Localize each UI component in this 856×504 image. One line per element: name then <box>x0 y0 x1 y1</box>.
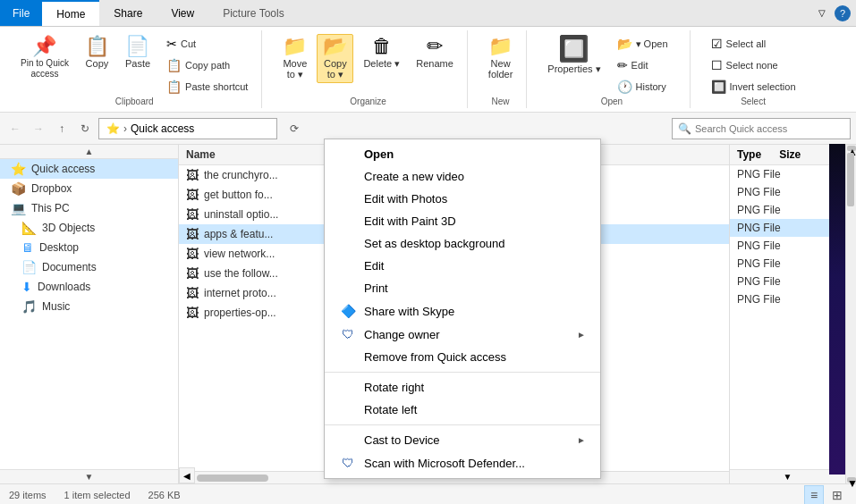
documents-label: Documents <box>42 261 97 273</box>
ctx-edit-paint3d[interactable]: Edit with Paint 3D <box>325 210 600 232</box>
edit-button[interactable]: ✏ Edit <box>611 55 682 75</box>
search-box[interactable]: 🔍 <box>672 118 851 139</box>
back-button[interactable]: ← <box>5 119 25 139</box>
type-row-5[interactable]: PNG File <box>730 255 845 273</box>
open-button[interactable]: 📂 ▾ Open <box>611 34 682 54</box>
sidebar-scroll-down[interactable]: ▼ <box>0 469 178 483</box>
scroll-thumb-h[interactable] <box>197 475 268 482</box>
right-scroll-down[interactable]: ▼ <box>730 469 845 483</box>
type-row-6[interactable]: PNG File <box>730 273 845 290</box>
details-view-button[interactable]: ≡ <box>804 485 824 505</box>
forward-button[interactable]: → <box>29 119 48 139</box>
refresh-button[interactable]: ⟳ <box>284 119 304 139</box>
paste-shortcut-button[interactable]: 📋 Paste shortcut <box>160 77 254 97</box>
ctx-rotate-left[interactable]: Rotate left <box>325 399 600 421</box>
paste-icon: 📄 <box>125 37 149 56</box>
copy-button[interactable]: 📋 Copy <box>79 34 115 71</box>
type-row-0[interactable]: PNG File <box>730 165 845 183</box>
ctx-edit-photos[interactable]: Edit with Photos <box>325 188 600 210</box>
tab-view[interactable]: View <box>157 0 208 26</box>
invert-selection-button[interactable]: 🔲 Invert selection <box>705 77 802 97</box>
tab-file[interactable]: File <box>0 0 42 26</box>
ctx-change-owner[interactable]: 🛡 Change owner ► <box>325 323 600 346</box>
ctx-remove-quick[interactable]: Remove from Quick access <box>325 346 600 368</box>
pin-to-quick-button[interactable]: 📌 Pin to Quickaccess <box>14 34 75 82</box>
ctx-create-video[interactable]: Create a new video <box>325 165 600 188</box>
recent-locations-button[interactable]: ↻ <box>75 119 95 139</box>
type-6: PNG File <box>737 275 781 288</box>
ctx-share-skype[interactable]: 🔷 Share with Skype <box>325 299 600 323</box>
sidebar-item-dropbox[interactable]: 📦 Dropbox <box>0 179 178 198</box>
quick-access-icon: ⭐ <box>11 162 26 176</box>
sidebar-item-documents[interactable]: 📄 Documents <box>0 257 178 277</box>
ctx-change-owner-arrow: ► <box>577 330 586 340</box>
ctx-rotate-right[interactable]: Rotate right <box>325 376 600 399</box>
copy-to-icon: 📂 <box>323 37 347 56</box>
copy-path-button[interactable]: 📋 Copy path <box>160 55 254 75</box>
up-button[interactable]: ↑ <box>52 119 72 139</box>
ctx-cast-device[interactable]: Cast to Device ► <box>325 429 600 451</box>
select-all-icon: ☑ <box>711 37 723 51</box>
tab-share[interactable]: Share <box>99 0 157 26</box>
address-path[interactable]: ⭐ › Quick access <box>98 118 277 139</box>
sidebar-item-music[interactable]: 🎵 Music <box>0 297 178 316</box>
ctx-open[interactable]: Open <box>325 143 600 165</box>
search-input[interactable] <box>695 123 844 134</box>
type-row-4[interactable]: PNG File <box>730 237 845 255</box>
type-row-1[interactable]: PNG File <box>730 183 845 201</box>
properties-button[interactable]: 🔲 Properties ▾ <box>541 34 606 78</box>
sidebar-item-3d-objects[interactable]: 📐 3D Objects <box>0 218 178 238</box>
type-row-3[interactable]: PNG File <box>730 219 845 237</box>
music-label: Music <box>42 300 70 313</box>
ribbon-group-new: 📁 Newfolder New <box>475 30 528 108</box>
cut-button[interactable]: ✂ Cut <box>160 34 254 54</box>
title-bar-controls: ▽ ? <box>813 0 856 26</box>
open-label: ▾ Open <box>636 38 668 50</box>
rename-button[interactable]: ✏ Rename <box>410 34 460 71</box>
paste-button[interactable]: 📄 Paste <box>119 34 157 71</box>
scroll-down-arrow[interactable]: ▼ <box>847 477 856 483</box>
desktop-label: Desktop <box>39 241 79 254</box>
ctx-edit[interactable]: Edit <box>325 255 600 277</box>
context-menu: Open Create a new video Edit with Photos… <box>324 139 601 479</box>
chevron-down-icon: ▼ <box>85 472 94 482</box>
scroll-thumb-v[interactable] <box>847 153 854 206</box>
ribbon-group-select: ☑ Select all ☐ Select none 🔲 Invert sele… <box>698 30 809 108</box>
items-count: 29 items <box>9 490 47 500</box>
file-name-2: uninstall optio... <box>204 208 278 221</box>
type-row-7[interactable]: PNG File <box>730 290 845 308</box>
help-button[interactable]: ? <box>835 5 851 21</box>
sidebar-item-downloads[interactable]: ⬇ Downloads <box>0 277 178 297</box>
ctx-scan-label: Scan with Microsoft Defender... <box>364 457 525 470</box>
paste-shortcut-icon: 📋 <box>166 80 182 94</box>
select-all-button[interactable]: ☑ Select all <box>705 34 802 54</box>
sidebar-item-desktop[interactable]: 🖥 Desktop <box>0 238 178 257</box>
type-row-2[interactable]: PNG File <box>730 201 845 219</box>
tab-home[interactable]: Home <box>42 0 99 26</box>
scroll-left-button[interactable]: ◀ <box>179 467 195 483</box>
delete-button[interactable]: 🗑 Delete ▾ <box>357 34 406 72</box>
ctx-set-desktop[interactable]: Set as desktop background <box>325 232 600 255</box>
minimize-button[interactable]: ▽ <box>813 4 831 22</box>
type-col-header: Type <box>737 148 761 161</box>
large-icons-button[interactable]: ⊞ <box>827 485 847 505</box>
copy-to-button[interactable]: 📂 Copyto ▾ <box>317 34 353 83</box>
new-folder-button[interactable]: 📁 Newfolder <box>482 34 520 82</box>
select-none-button[interactable]: ☐ Select none <box>705 55 802 75</box>
background-decoration <box>829 144 845 475</box>
move-to-button[interactable]: 📁 Moveto ▾ <box>276 34 313 83</box>
refresh-icon[interactable]: ⟳ <box>284 119 304 139</box>
ctx-skype-icon: 🔷 <box>339 304 357 318</box>
history-button[interactable]: 🕐 History <box>611 77 682 97</box>
sidebar-scroll-up[interactable]: ▲ <box>0 145 178 159</box>
right-panel-scroll[interactable]: PNG File PNG File PNG File PNG File PNG … <box>730 165 845 469</box>
sidebar-item-this-pc[interactable]: 💻 This PC <box>0 198 178 218</box>
vertical-scrollbar[interactable]: ▲ ▼ <box>845 145 856 483</box>
scroll-up-arrow[interactable]: ▲ <box>847 146 856 151</box>
type-4: PNG File <box>737 239 781 252</box>
ctx-print[interactable]: Print <box>325 277 600 299</box>
sidebar-item-quick-access[interactable]: ⭐ Quick access <box>0 159 178 179</box>
ctx-scan-defender[interactable]: 🛡 Scan with Microsoft Defender... <box>325 451 600 475</box>
tab-picture-tools[interactable]: Picture Tools <box>208 0 298 26</box>
new-label: New <box>492 97 510 108</box>
